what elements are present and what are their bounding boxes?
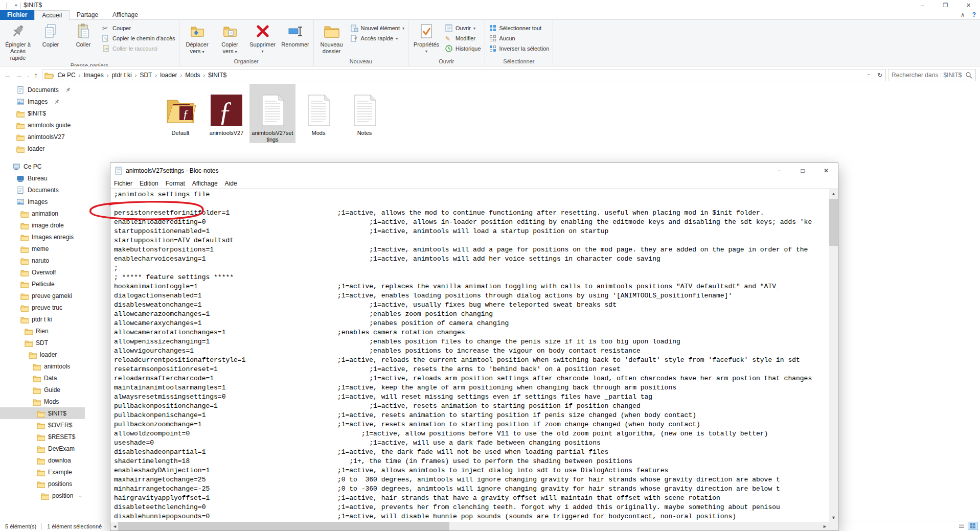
sidebar-item-pellicule[interactable]: Pellicule [0,278,85,290]
notepad-text[interactable]: ;animtools settings file persistonresetf… [110,189,829,521]
up-icon[interactable]: ↑ [34,71,38,79]
breadcrumb-segment[interactable]: SDT [136,72,155,79]
address-dropdown-icon[interactable]: ⌄ [863,72,874,79]
breadcrumb-segment[interactable]: Images [80,72,106,79]
select-all-button[interactable]: Sélectionner tout [487,24,551,32]
sidebar-item--init-[interactable]: $INIT$ [0,407,85,419]
refresh-icon[interactable]: ↻ [874,72,885,79]
maximize-button[interactable]: ❐ [934,0,957,10]
select-none-button[interactable]: Aucun [487,34,551,42]
notepad-menu-edition[interactable]: Edition [136,180,162,187]
file-item-notes[interactable]: Notes [341,84,388,136]
notepad-text-area[interactable]: ;animtools settings file persistonresetf… [110,189,829,522]
sidebar-item--reset-[interactable]: $RESET$ [0,431,85,443]
search-icon[interactable] [965,72,972,79]
notepad-close-button[interactable]: ✕ [814,163,838,178]
scroll-up-icon[interactable]: ▲ [829,189,838,198]
qat-customize-chevron-icon[interactable]: ▾ [15,3,17,8]
sidebar-item-devexam[interactable]: DevExam [0,443,85,454]
copyto-button[interactable]: Copiervers ▾ [214,21,246,55]
ribbon-tab-accueil[interactable]: Accueil [34,10,70,20]
forward-icon[interactable]: → [15,71,22,79]
notepad-minimize-button[interactable]: – [767,163,791,178]
sidebar-item-images-enregis[interactable]: Images enregis [0,231,85,243]
sidebar-item-loader[interactable]: loader [0,143,85,154]
back-icon[interactable]: ← [4,71,11,79]
notepad-menu-affichage[interactable]: Affichage [189,180,221,187]
sidebar-item-position[interactable]: position⌄ [0,490,85,501]
move-button[interactable]: Déplacervers ▾ [181,21,213,55]
sidebar-item-naruto[interactable]: naruto [0,255,85,266]
notepad-menu-fichier[interactable]: Fichier [110,180,136,187]
cut-button[interactable]: ✂Couper [100,24,177,32]
sidebar-item-bureau[interactable]: Bureau [0,172,85,184]
new-folder-button[interactable]: Nouveaudossier [316,21,348,55]
sidebar-item-example[interactable]: Example [0,466,85,478]
pin-button[interactable]: Épingler àAccès rapide [2,21,34,61]
file-item-mods[interactable]: Mods [295,84,341,136]
sidebar-item-sdt[interactable]: SDT [0,337,85,349]
sidebar-item-documents[interactable]: Documents [0,84,85,96]
chevron-down-icon[interactable]: ⌄ [78,493,82,498]
sidebar-item-images[interactable]: Images [0,196,85,207]
sidebar-item-documents[interactable]: Documents [0,184,85,196]
sidebar-item-animtoolsv27[interactable]: animtoolsV27 [0,131,85,143]
ribbon-tab-fichier[interactable]: Fichier [0,10,34,20]
rename-button[interactable]: Renommer [280,21,311,55]
search-input[interactable]: Rechercher dans : $INIT$ [888,69,976,81]
notepad-menu-format[interactable]: Format [162,180,189,187]
help-icon[interactable]: ? [972,11,976,18]
notepad-menu-aide[interactable]: Aide [221,180,241,187]
new-item-button[interactable]: Nouvel élément▾ [349,24,406,32]
delete-button[interactable]: Supprimer▾ [247,21,279,55]
scroll-right-icon[interactable]: ► [821,522,829,530]
details-view-icon[interactable] [956,522,967,530]
notepad-maximize-button[interactable]: □ [791,163,814,178]
paste-shortcut-button[interactable]: Coller le raccourci [100,44,177,53]
close-button[interactable]: ✕ [957,0,980,10]
paste-button[interactable]: Coller [67,21,99,55]
breadcrumb-segment[interactable]: Ce PC [54,72,78,79]
sidebar-item-ce-pc[interactable]: Ce PC [0,160,85,172]
ribbon-tab-affichage[interactable]: Affichage [105,10,145,20]
notepad-horizontal-scrollbar[interactable]: ◄ ► [110,522,829,530]
ribbon-collapse-icon[interactable]: ∧ [961,11,965,18]
breadcrumb-segment[interactable]: ptdr t ki [108,72,134,79]
sidebar-item--over-[interactable]: $OVER$ [0,419,85,431]
sidebar-item-ptdr-t-ki[interactable]: ptdr t ki [0,313,85,325]
sidebar-item-animtools[interactable]: animtools [0,360,85,372]
history-chevron-icon[interactable]: ⌄ [27,73,30,78]
sidebar-item-preuve-gameki[interactable]: preuve gameki [0,290,85,302]
notepad-hscroll-thumb[interactable] [118,522,449,530]
open-button[interactable]: Ouvrir▾ [443,24,483,32]
notepad-vertical-scrollbar[interactable]: ▲ ▼ [829,189,838,522]
sidebar-item-mods[interactable]: Mods [0,396,85,407]
thumbnail-view-icon[interactable] [968,522,978,530]
minimize-button[interactable]: – [911,0,934,10]
quick-button[interactable]: Accès rapide▾ [349,34,406,42]
select-invert-button[interactable]: Inverser la sélection [487,44,551,53]
ribbon-tab-partage[interactable]: Partage [70,10,105,20]
sidebar-item-data[interactable]: Data [0,372,85,384]
props-button[interactable]: Propriétés▾ [411,21,442,55]
sidebar-item-positions[interactable]: positions [0,478,85,490]
edit-button[interactable]: ✎Modifier [443,34,483,42]
notepad-titlebar[interactable]: animtoolsV27settings - Bloc-notes – □ ✕ [110,163,838,178]
sidebar-item-rien[interactable]: Rien [0,325,85,337]
sidebar-item--init-[interactable]: $INIT$ [0,107,85,119]
copy-path-button[interactable]: ✎Copier le chemin d'accès [100,34,177,42]
breadcrumb[interactable]: ›Ce PC›Images›ptdr t ki›SDT›loader›Mods›… [42,69,886,81]
sidebar-item-meme[interactable]: meme [0,243,85,255]
file-item-animtoolsv27settings[interactable]: animtoolsV27settings [249,84,295,143]
sidebar-item-loader[interactable]: loader [0,349,85,360]
history-button[interactable]: Historique [443,44,483,53]
sidebar-item-downloa[interactable]: downloa [0,454,85,466]
notepad-vscroll-thumb[interactable] [829,199,838,246]
sidebar-item-overwolf[interactable]: Overwolf [0,266,85,278]
copy-button[interactable]: Copier [35,21,66,55]
breadcrumb-segment[interactable]: $INIT$ [205,72,230,79]
sidebar-item-images[interactable]: Images [0,96,85,107]
sidebar-item-guide[interactable]: Guide [0,384,85,396]
sidebar-item-animtools-guide[interactable]: animtools guide [0,119,85,131]
sidebar-item-image-drole[interactable]: image drole [0,219,85,231]
